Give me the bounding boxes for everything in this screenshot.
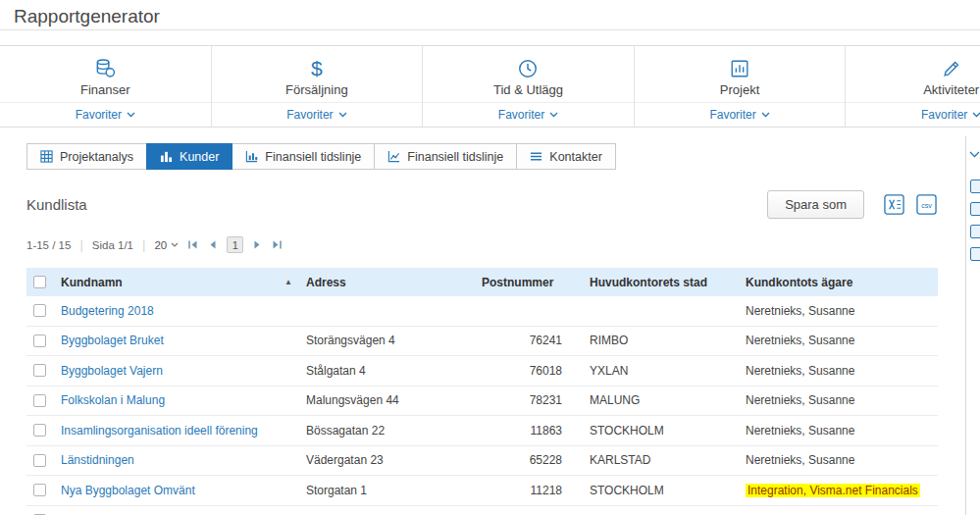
- table-row: Byggbolaget VajernStålgatan 476018YXLANN…: [26, 356, 938, 386]
- owner-cell: Neretnieks, Susanne: [742, 364, 938, 378]
- chevron-down-icon: [338, 112, 347, 118]
- row-checkbox[interactable]: [33, 394, 46, 407]
- chevron-down-icon: [171, 242, 179, 247]
- zip-cell: 11218: [478, 484, 586, 497]
- row-checkbox-cell: [26, 424, 57, 437]
- panel-icon[interactable]: [970, 202, 980, 216]
- customer-name-link[interactable]: Byggbolaget Vajern: [61, 364, 163, 378]
- previous-page-button[interactable]: [207, 239, 218, 250]
- customer-name-link[interactable]: Byggbolaget Bruket: [61, 334, 164, 347]
- header-kundnamn[interactable]: Kundnamn ▲: [57, 276, 302, 289]
- category-label: Aktiviteter: [923, 82, 979, 97]
- row-checkbox[interactable]: [33, 454, 46, 467]
- chevron-down-icon: [761, 112, 770, 118]
- row-checkbox[interactable]: [33, 424, 46, 437]
- row-range: 1-15 / 15: [26, 239, 71, 251]
- category-top: $ Försäljning: [212, 46, 423, 102]
- highlighted-owner-text: Integration, Visma.net Financials: [746, 484, 920, 497]
- chevron-down-icon: [549, 112, 558, 118]
- city-cell: STOCKHOLM: [586, 484, 742, 497]
- dollar-icon: $: [311, 56, 323, 79]
- right-side-panel: [965, 136, 980, 515]
- category-aktiviteter[interactable]: Aktiviteter Favoriter: [846, 46, 980, 127]
- panel-icon[interactable]: [970, 180, 980, 193]
- svg-text:csv: csv: [921, 202, 932, 210]
- row-checkbox-cell: [26, 364, 57, 377]
- table-header-row: Kundnamn ▲ Adress Postnummer Huvudkontor…: [26, 268, 938, 296]
- chevron-down-icon: [127, 112, 135, 118]
- header-postnummer[interactable]: Postnummer: [478, 276, 586, 289]
- first-page-button[interactable]: [187, 239, 198, 250]
- framed-chart-icon: [729, 56, 750, 79]
- report-tabs: Projektanalys Kunder Finansiell tidslinj…: [26, 143, 980, 170]
- favorites-link[interactable]: Favoriter: [212, 102, 423, 127]
- panel-icon[interactable]: [970, 247, 980, 261]
- table-row: LänstidningenVädergatan 2365228KARLSTADN…: [26, 446, 938, 477]
- owner-text: Neretnieks, Susanne: [746, 364, 854, 378]
- customer-name-link[interactable]: Budgetering 2018: [61, 304, 154, 318]
- city-cell: KARLSTAD: [586, 453, 742, 467]
- category-top: Finanser: [0, 46, 211, 102]
- owner-cell: Integration, Visma.net Financials: [742, 484, 938, 497]
- panel-icon-stack: [970, 180, 980, 261]
- last-page-button[interactable]: [272, 239, 283, 250]
- category-finanser[interactable]: Finanser Favoriter: [0, 46, 212, 127]
- next-page-button[interactable]: [252, 239, 263, 250]
- header-adress[interactable]: Adress: [302, 276, 478, 289]
- row-checkbox[interactable]: [33, 335, 46, 347]
- customer-name-cell: Nya Byggbolaget Omvänt: [57, 484, 302, 497]
- customer-name-link[interactable]: Folkskolan i Malung: [61, 393, 165, 407]
- tab-label: Projektanalys: [60, 150, 133, 164]
- category-tid-utlagg[interactable]: Tid & Utlägg Favoriter: [423, 46, 635, 127]
- owner-cell: Neretnieks, Susanne: [742, 393, 938, 407]
- excel-export-icon[interactable]: [884, 194, 904, 215]
- category-top: Tid & Utlägg: [423, 46, 634, 102]
- customer-name-cell: Folkskolan i Malung: [57, 393, 302, 407]
- customer-name-link[interactable]: Länstidningen: [61, 453, 134, 467]
- export-icons: csv: [884, 194, 937, 215]
- panel-chevron-down-icon[interactable]: [969, 144, 980, 162]
- panel-icon[interactable]: [970, 225, 980, 238]
- table-row: Byggbolaget BruketStorängsvägen 476241RI…: [26, 327, 938, 357]
- owner-cell: Neretnieks, Susanne: [742, 424, 938, 438]
- favorites-link[interactable]: Favoriter: [846, 102, 980, 127]
- header-huvudkontorets-stad[interactable]: Huvudkontorets stad: [586, 276, 742, 289]
- row-checkbox[interactable]: [33, 364, 46, 377]
- header-kundkontots-agare[interactable]: Kundkontots ägare: [742, 276, 938, 289]
- customer-name-link[interactable]: Nya Byggbolaget Omvänt: [61, 484, 195, 497]
- favorites-link[interactable]: Favoriter: [635, 102, 846, 127]
- zip-cell: 78231: [478, 393, 586, 407]
- current-page-box[interactable]: 1: [227, 236, 243, 253]
- tab-projektanalys[interactable]: Projektanalys: [26, 143, 147, 170]
- table-row: Insamlingsorganisation ideell föreningBö…: [26, 416, 938, 446]
- header-checkbox-cell: [26, 276, 57, 288]
- csv-export-icon[interactable]: csv: [916, 194, 937, 215]
- tab-label: Kontakter: [549, 150, 602, 164]
- category-projekt[interactable]: Projekt Favoriter: [635, 46, 847, 127]
- customer-name-cell: Länstidningen: [57, 453, 302, 467]
- favorites-label: Favoriter: [498, 108, 544, 122]
- favorites-link[interactable]: Favoriter: [423, 102, 634, 127]
- tab-kontakter[interactable]: Kontakter: [516, 143, 616, 170]
- owner-cell: Neretnieks, Susanne: [742, 453, 938, 467]
- tab-finansiell-tidslinje-2[interactable]: Finansiell tidslinje: [374, 143, 517, 170]
- row-checkbox[interactable]: [33, 484, 46, 496]
- page-size-select[interactable]: 20: [154, 239, 179, 251]
- owner-text: Neretnieks, Susanne: [746, 334, 854, 347]
- category-forsaljning[interactable]: $ Försäljning Favoriter: [212, 46, 424, 127]
- tab-kunder[interactable]: Kunder: [146, 143, 232, 170]
- category-top: Aktiviteter: [846, 46, 980, 102]
- owner-text: Neretnieks, Susanne: [746, 424, 854, 438]
- customer-name-link[interactable]: Insamlingsorganisation ideell förening: [61, 424, 258, 438]
- row-checkbox-cell: [26, 304, 57, 317]
- save-as-button[interactable]: Spara som: [767, 190, 864, 219]
- sort-ascending-icon: ▲: [284, 278, 292, 286]
- city-cell: YXLAN: [586, 364, 742, 378]
- row-checkbox[interactable]: [33, 304, 46, 317]
- tab-finansiell-tidslinje-1[interactable]: Finansiell tidslinje: [232, 143, 375, 170]
- owner-text: Neretnieks, Susanne: [746, 304, 854, 318]
- row-checkbox-cell: [26, 394, 57, 407]
- select-all-checkbox[interactable]: [33, 276, 46, 288]
- divider: |: [79, 237, 82, 252]
- favorites-link[interactable]: Favoriter: [0, 102, 211, 127]
